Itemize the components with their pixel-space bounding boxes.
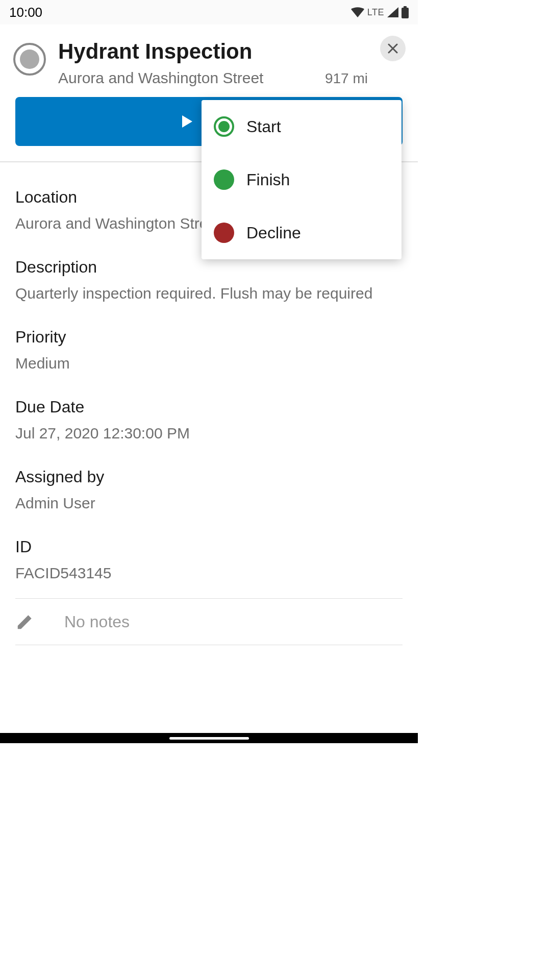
finish-status-icon [214,169,234,190]
task-title: Hydrant Inspection [58,39,313,64]
status-circle-icon [13,43,46,76]
popup-item-start[interactable]: Start [202,100,402,153]
priority-value: Medium [15,355,403,372]
popup-item-decline[interactable]: Decline [202,206,402,259]
svg-rect-1 [404,6,407,8]
notes-row[interactable]: No notes [15,598,403,645]
priority-label: Priority [15,328,403,347]
description-value: Quarterly inspection required. Flush may… [15,285,403,302]
status-popup-menu: Start Finish Decline [202,100,402,259]
popup-decline-label: Decline [246,224,301,242]
notes-placeholder: No notes [64,612,130,631]
wifi-icon [351,7,364,17]
field-assigned-by: Assigned by Admin User [15,442,403,512]
svg-rect-0 [402,8,409,18]
id-value: FACID543145 [15,565,403,582]
start-status-icon [214,116,234,137]
status-bar: 10:00 LTE [0,0,418,24]
popup-finish-label: Finish [246,170,290,189]
navigation-bar [0,733,418,743]
task-header: Hydrant Inspection Aurora and Washington… [0,24,418,97]
field-priority: Priority Medium [15,302,403,372]
field-due-date: Due Date Jul 27, 2020 12:30:00 PM [15,372,403,442]
nav-handle[interactable] [169,737,249,740]
network-label: LTE [367,7,384,18]
play-icon [182,115,192,128]
field-id: ID FACID543145 [15,512,403,582]
due-date-label: Due Date [15,398,403,416]
pencil-icon [15,612,35,631]
popup-item-finish[interactable]: Finish [202,153,402,206]
battery-icon [402,6,409,18]
status-right: LTE [351,6,409,18]
description-label: Description [15,258,403,277]
decline-status-icon [214,223,234,243]
popup-start-label: Start [246,117,281,136]
assigned-by-value: Admin User [15,495,403,512]
distance-label: 917 mi [325,70,368,87]
assigned-by-label: Assigned by [15,468,403,486]
status-time: 10:00 [9,5,42,20]
signal-icon [387,7,398,17]
header-text-block: Hydrant Inspection Aurora and Washington… [58,35,313,87]
due-date-value: Jul 27, 2020 12:30:00 PM [15,425,403,442]
task-subtitle: Aurora and Washington Street [58,69,313,87]
id-label: ID [15,537,403,556]
close-button[interactable] [380,36,406,61]
close-icon [387,42,399,55]
